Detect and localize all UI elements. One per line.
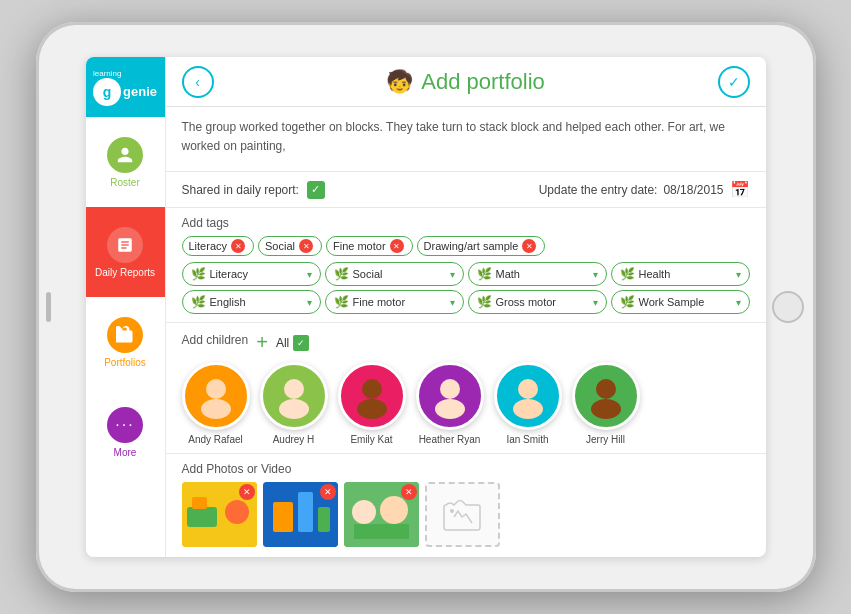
add-children-icon[interactable]: + [256, 331, 268, 354]
page-title: Add portfolio [421, 69, 545, 95]
svg-point-27 [352, 500, 376, 524]
all-badge: All ✓ [276, 335, 309, 351]
notes-text: The group worked together on blocks. The… [182, 120, 725, 153]
tag-chip-literacy-remove[interactable]: ✕ [231, 239, 245, 253]
svg-point-30 [450, 509, 454, 513]
tablet-frame: learning g genie Roster [36, 22, 816, 592]
tag-chip-drawing-remove[interactable]: ✕ [522, 239, 536, 253]
svg-rect-24 [298, 492, 313, 532]
shared-left: Shared in daily report: ✓ [182, 181, 325, 199]
leaf-icon-literacy: 🌿 [191, 267, 206, 281]
logo-genie: genie [123, 84, 157, 99]
roster-label: Roster [110, 177, 139, 188]
sidebar-item-portfolios[interactable]: Portfolios [86, 297, 165, 387]
child-name-jerry: Jerry Hill [586, 434, 625, 445]
children-grid: Andy Rafael Audrey H [182, 362, 750, 445]
logo-learning: learning [93, 69, 121, 78]
dropdown-social[interactable]: 🌿 Social ▾ [325, 262, 464, 286]
sidebar-item-daily-reports[interactable]: Daily Reports [86, 207, 165, 297]
leaf-icon-math: 🌿 [477, 267, 492, 281]
leaf-icon-social: 🌿 [334, 267, 349, 281]
svg-point-21 [225, 500, 249, 524]
tags-section-label: Add tags [182, 216, 750, 230]
photo-section: Add Photos or Video ✕ [166, 454, 766, 557]
svg-point-2 [201, 399, 231, 419]
sidebar-item-roster[interactable]: Roster [86, 117, 165, 207]
child-avatar-ian[interactable] [494, 362, 562, 430]
svg-point-10 [440, 379, 460, 399]
child-avatar-andy[interactable] [182, 362, 250, 430]
tag-chip-finemotor-label: Fine motor [333, 240, 386, 252]
svg-point-4 [284, 379, 304, 399]
screen: learning g genie Roster [86, 57, 766, 557]
chevron-health: ▾ [736, 269, 741, 280]
svg-rect-20 [192, 497, 207, 509]
tags-chips-row: Literacy ✕ Social ✕ Fine motor ✕ Drawi [182, 236, 750, 256]
check-icon: ✓ [728, 74, 740, 90]
chevron-math: ▾ [593, 269, 598, 280]
tag-chip-finemotor-remove[interactable]: ✕ [390, 239, 404, 253]
roster-icon [107, 137, 143, 173]
child-avatar-heather[interactable] [416, 362, 484, 430]
dropdown-finemotor-label: Fine motor [353, 296, 406, 308]
svg-point-1 [206, 379, 226, 399]
leaf-icon-grossmotor: 🌿 [477, 295, 492, 309]
portfolio-icon: 🧒 [386, 69, 413, 95]
children-section-label: Add children [182, 333, 249, 347]
date-label: Update the entry date: [539, 183, 658, 197]
child-name-audrey: Audrey H [273, 434, 315, 445]
dropdown-worksample[interactable]: 🌿 Work Sample ▾ [611, 290, 750, 314]
portfolios-label: Portfolios [104, 357, 146, 368]
back-button[interactable]: ‹ [182, 66, 214, 98]
photo-remove-2[interactable]: ✕ [320, 484, 336, 500]
portfolios-icon [107, 317, 143, 353]
svg-point-11 [435, 399, 465, 419]
back-icon: ‹ [195, 74, 200, 90]
chevron-grossmotor: ▾ [593, 297, 598, 308]
shared-label: Shared in daily report: [182, 183, 299, 197]
photo-remove-3[interactable]: ✕ [401, 484, 417, 500]
daily-reports-label: Daily Reports [95, 267, 155, 278]
children-header: Add children + All ✓ [182, 331, 750, 354]
notes-area[interactable]: The group worked together on blocks. The… [166, 107, 766, 172]
dropdown-math-label: Math [496, 268, 520, 280]
chevron-social: ▾ [450, 269, 455, 280]
child-item-ian: Ian Smith [494, 362, 562, 445]
dropdown-english-label: English [210, 296, 246, 308]
tag-chip-social-remove[interactable]: ✕ [299, 239, 313, 253]
dropdown-health[interactable]: 🌿 Health ▾ [611, 262, 750, 286]
svg-rect-23 [273, 502, 293, 532]
dropdowns-grid: 🌿 Literacy ▾ 🌿 Social ▾ 🌿 Math ▾ [182, 262, 750, 314]
confirm-button[interactable]: ✓ [718, 66, 750, 98]
dropdown-math[interactable]: 🌿 Math ▾ [468, 262, 607, 286]
content-area: The group worked together on blocks. The… [166, 107, 766, 557]
tag-chip-literacy: Literacy ✕ [182, 236, 255, 256]
add-photo-button[interactable] [425, 482, 500, 547]
date-right: Update the entry date: 08/18/2015 📅 [539, 180, 750, 199]
calendar-icon[interactable]: 📅 [730, 180, 750, 199]
shared-row: Shared in daily report: ✓ Update the ent… [166, 172, 766, 208]
shared-checkbox[interactable]: ✓ [307, 181, 325, 199]
leaf-icon-worksample: 🌿 [620, 295, 635, 309]
all-label: All [276, 336, 289, 350]
chevron-literacy: ▾ [307, 269, 312, 280]
dropdown-grossmotor[interactable]: 🌿 Gross motor ▾ [468, 290, 607, 314]
dropdown-english[interactable]: 🌿 English ▾ [182, 290, 321, 314]
sidebar-item-more[interactable]: ··· More [86, 387, 165, 477]
more-icon: ··· [107, 407, 143, 443]
child-avatar-jerry[interactable] [572, 362, 640, 430]
svg-rect-29 [354, 524, 409, 539]
photo-thumb-1: ✕ [182, 482, 257, 547]
all-check[interactable]: ✓ [293, 335, 309, 351]
photo-thumb-3: ✕ [344, 482, 419, 547]
leaf-icon-health: 🌿 [620, 267, 635, 281]
child-avatar-audrey[interactable] [260, 362, 328, 430]
svg-point-7 [362, 379, 382, 399]
child-avatar-emily[interactable] [338, 362, 406, 430]
dropdown-finemotor[interactable]: 🌿 Fine motor ▾ [325, 290, 464, 314]
dropdown-literacy[interactable]: 🌿 Literacy ▾ [182, 262, 321, 286]
dropdown-health-label: Health [639, 268, 671, 280]
children-section: Add children + All ✓ [166, 323, 766, 454]
photo-remove-1[interactable]: ✕ [239, 484, 255, 500]
sidebar-logo: learning g genie [86, 57, 165, 117]
